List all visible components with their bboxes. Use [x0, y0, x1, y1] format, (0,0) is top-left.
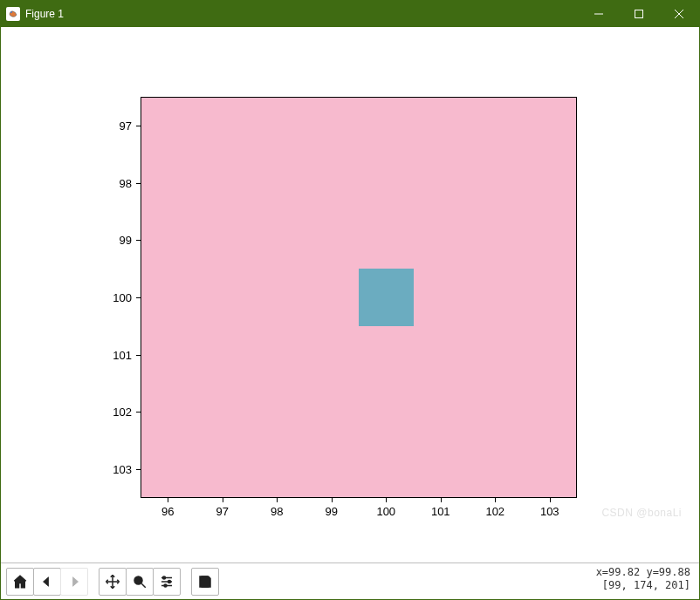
- svg-point-12: [164, 584, 167, 587]
- y-tick-label: 103: [106, 463, 132, 476]
- x-tick-label: 96: [161, 505, 174, 518]
- y-tick: [136, 126, 141, 126]
- x-tick: [550, 498, 551, 502]
- cursor-coordinates: x=99.82 y=99.88 [99, 174, 201]: [596, 566, 690, 592]
- svg-point-11: [168, 580, 171, 583]
- close-button[interactable]: [659, 1, 699, 27]
- x-tick-label: 97: [216, 505, 229, 518]
- figure-window: Figure 1 9697989910010110210397989910010…: [0, 0, 700, 600]
- y-tick: [136, 469, 141, 470]
- x-tick-label: 100: [376, 505, 395, 518]
- svg-line-6: [141, 583, 146, 588]
- x-tick: [332, 498, 333, 502]
- svg-point-5: [134, 576, 142, 584]
- zoom-button[interactable]: [126, 568, 154, 596]
- save-button[interactable]: [191, 568, 219, 596]
- svg-point-10: [163, 576, 166, 579]
- x-tick: [441, 498, 442, 502]
- y-tick-label: 98: [106, 176, 132, 189]
- x-tick-label: 102: [485, 505, 504, 518]
- configure-button[interactable]: [153, 568, 181, 596]
- plot-wrap: 96979899100101102103979899100101102103: [1, 27, 699, 562]
- x-tick-label: 98: [271, 505, 283, 518]
- y-tick: [136, 355, 141, 356]
- y-tick: [136, 240, 141, 241]
- back-button[interactable]: [33, 568, 61, 596]
- app-icon: [6, 7, 20, 21]
- coord-line-xy: x=99.82 y=99.88: [596, 566, 690, 579]
- titlebar: Figure 1: [1, 1, 699, 27]
- y-tick: [136, 412, 141, 412]
- pan-button[interactable]: [99, 568, 127, 596]
- x-tick: [223, 498, 223, 502]
- y-tick: [136, 297, 141, 298]
- toolbar-group-view: [99, 568, 181, 596]
- x-tick-label: 103: [540, 505, 559, 518]
- svg-rect-13: [202, 576, 207, 580]
- svg-rect-2: [635, 10, 643, 18]
- x-tick-label: 99: [326, 505, 338, 518]
- x-tick: [386, 498, 387, 502]
- y-tick-label: 99: [106, 234, 132, 247]
- window-title: Figure 1: [25, 8, 64, 20]
- maximize-button[interactable]: [619, 1, 659, 27]
- x-tick: [168, 498, 168, 502]
- svg-point-0: [10, 11, 12, 13]
- minimize-button[interactable]: [579, 1, 619, 27]
- home-button[interactable]: [6, 568, 34, 596]
- y-tick: [136, 183, 141, 184]
- y-tick-label: 100: [106, 291, 132, 304]
- plot-content: 96979899100101102103979899100101102103 C…: [1, 27, 699, 562]
- y-tick-label: 101: [106, 348, 132, 361]
- toolbar-group-nav: [6, 568, 88, 596]
- x-tick-label: 101: [431, 505, 450, 518]
- toolbar: x=99.82 y=99.88 [99, 174, 201]: [1, 562, 699, 599]
- x-tick: [495, 498, 496, 502]
- toolbar-group-save: [191, 568, 219, 596]
- data-patch: [359, 269, 414, 326]
- coord-line-pixel: [99, 174, 201]: [596, 579, 690, 592]
- x-tick: [277, 498, 278, 502]
- y-tick-label: 102: [106, 406, 132, 419]
- y-tick-label: 97: [106, 119, 132, 132]
- forward-button[interactable]: [60, 568, 88, 596]
